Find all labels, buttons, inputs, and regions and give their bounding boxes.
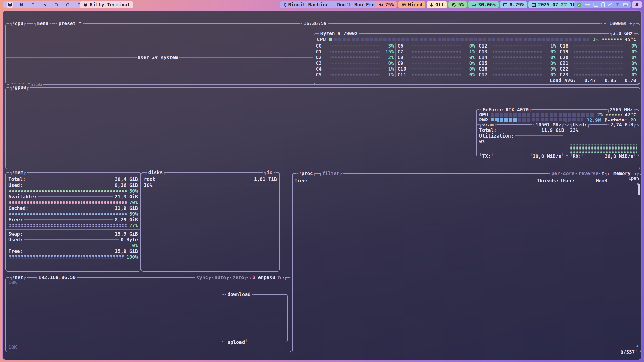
disk-root: root1,81 TiB (141, 176, 279, 182)
module-volume[interactable]: 75% (375, 1, 397, 8)
status-modules: 75%WiredOff5%30.06%8.79%2025-07-22 16:36 (375, 1, 587, 8)
core-c9: C90% (397, 60, 475, 66)
workspace-2-neovim-icon[interactable]: N (18, 2, 25, 8)
workspace-6-square-icon[interactable] (64, 2, 71, 8)
scroll-down-arrow[interactable]: ↓ (636, 343, 639, 348)
memory-panel: ┐²mem┌ Total:30,4 GiBUsed:9,16 GiB30%Ava… (5, 172, 141, 272)
mem-row: 100% (6, 254, 140, 260)
media-player[interactable]: ♫ Minuit Machine - Don't Run Fro... (280, 1, 386, 8)
workspace-3-square-icon[interactable] (30, 2, 36, 8)
module-network[interactable]: Wired (398, 1, 425, 8)
mem-row: 0% (6, 242, 140, 248)
core-c17: C170% (479, 72, 556, 77)
keyboard-icon[interactable] (623, 3, 628, 7)
memory-panel-tab[interactable]: ┐²mem┌ (9, 169, 27, 176)
window-title-pill[interactable]: Kitty Terminal (80, 1, 133, 8)
load-avg-label: Load AVG: (550, 78, 576, 83)
mem-row: Available:21,3 GiB (6, 194, 140, 199)
mem-row: Free:15,9 GiB (6, 248, 140, 254)
sort-column-switcher[interactable]: ┐← memory →┌ (604, 170, 640, 177)
vram-used: ┐2,74 GiB┌ (607, 121, 637, 128)
core-c19: C190% (560, 49, 637, 54)
memory-stats: Total:30,4 GiBUsed:9,16 GiB30%Available:… (6, 173, 140, 261)
col-memb[interactable]: MemB (590, 178, 607, 183)
funnel-icon[interactable] (615, 2, 620, 7)
module-cpu[interactable]: 5% (448, 1, 467, 8)
core-c4: C41% (316, 66, 394, 72)
bell-icon (635, 2, 639, 7)
gpu-vram-used-box: ┐Used:┌ ┐2,74 GiB┌ 23% ┘RX:└ ┘26,8 MiB/s… (567, 124, 639, 156)
mem-row: Cached:11,9 GiB (6, 205, 140, 211)
reverse-toggle[interactable]: ┐reverse┌ (575, 170, 602, 177)
gpu-rx-rate: ┘26,8 MiB/s└ (601, 153, 637, 159)
process-panel-tab[interactable]: ┐⁴proc┌ (296, 170, 316, 177)
vram-total-label: Total: (479, 127, 497, 133)
core-c6: C60% (397, 43, 475, 49)
key-icon[interactable] (608, 2, 612, 7)
cpu-info-box: ┐Ryzen 9 7900X┌ ┐3.0 GHz┌ CPU 1% 45°C C0… (314, 33, 639, 85)
cpu-total-label: CPU (317, 37, 326, 42)
per-core-toggle[interactable]: ┐per-core┌ (548, 170, 578, 177)
vram-used-graph (569, 144, 637, 153)
module-cpu-value: 5% (458, 2, 464, 7)
col-tree[interactable]: Tree: (295, 178, 535, 183)
now-playing: Minuit Machine - Don't Run Fro... (288, 2, 383, 7)
module-network-value: Wired (408, 2, 422, 7)
module-bluetooth[interactable]: Off (427, 1, 447, 8)
vram-title: ┐vram┌ (479, 121, 497, 128)
gpu-panel: ┐⁵gpu0┌ ┐GeForce RTX 4070┌ ┐2565 MHz┌ GP… (5, 87, 640, 169)
window-icon[interactable] (593, 3, 598, 7)
net-stats-box: ┐download┌ ┘upload└ (222, 294, 288, 342)
chip-icon (451, 2, 456, 7)
bluetooth-icon (430, 2, 433, 7)
gpu-model: ┐GeForce RTX 4070┌ (479, 106, 532, 113)
network-panel: ┐³net┌ ┐192.168.86.50┌ ┐sync┌ ┐auto┌ ┐ze… (5, 277, 291, 352)
gpu-tx-rate: ┘10,0 MiB/s└ (529, 153, 565, 159)
vram-used-percent: 23% (570, 127, 578, 133)
moustache-icon[interactable] (585, 3, 590, 6)
disks-io-tab[interactable]: ┐io┌ (263, 169, 276, 176)
workspace-5-square-icon[interactable] (53, 2, 59, 8)
workspace-1-cat-icon[interactable] (7, 2, 13, 8)
col-user[interactable]: User: (559, 178, 590, 183)
vram-total: 11,9 GiB (541, 127, 564, 133)
col-threads[interactable]: Threads: (535, 178, 559, 183)
gpu-usage-bar (491, 113, 594, 117)
process-scrollbar[interactable] (638, 184, 640, 195)
core-c5: C51% (316, 72, 394, 77)
col-cpu[interactable]: Cpu% ↑ (625, 175, 639, 186)
module-memory[interactable]: 30.06% (468, 1, 499, 8)
gpu-vram-box: ┐vram┌ ┐10501 MHz┌ Total: 11,9 GiB Utili… (476, 124, 567, 156)
mem-row: 70% (6, 199, 140, 205)
disks-panel: ┐disks┌ ┐io┌ root1,81 TiBIO% (141, 172, 280, 272)
vram-frequency: ┐10501 MHz┌ (532, 121, 565, 128)
cpu-core-grid: C03%C115%C22%C30%C41%C51%C60%C71%C80%C90… (314, 43, 639, 77)
mem-row: 39% (6, 211, 140, 217)
cpu-panel: ┐¹cpu┌ ┐menu┌ ┐preset *┌ ┐16:36:59┌ ┐- 1… (5, 23, 640, 85)
cpu-temp-graph (601, 38, 622, 40)
system-tray[interactable] (574, 1, 631, 8)
notifications-button[interactable] (632, 1, 642, 8)
mem-row: Swap:15,9 GiB (6, 231, 140, 237)
volume-icon (378, 2, 383, 7)
gpu-tx-label: ┘TX:└ (479, 153, 494, 159)
gpu-frequency: ┐2565 MHz┌ (607, 106, 636, 113)
vram-used-label: ┐Used:┌ (569, 121, 590, 128)
calendar-icon (531, 2, 536, 7)
workspace-4-flame-icon[interactable] (41, 2, 48, 8)
core-c21: C210% (560, 60, 637, 66)
gpu-usage-percent: 2% (597, 112, 603, 117)
process-count: ┘0/557└ (617, 349, 638, 355)
disks-panel-tab[interactable]: ┐disks┌ (145, 169, 166, 176)
load-avg-values (576, 78, 584, 83)
process-table-header: Tree: Threads: User: MemB Cpu% ↑ (293, 178, 641, 184)
check-icon[interactable] (577, 2, 582, 7)
gpu-temp-graph (606, 114, 622, 116)
core-c10: C100% (397, 66, 475, 72)
process-filter-button[interactable]: ┐filter┌ (319, 170, 343, 177)
phone-icon[interactable] (601, 2, 605, 7)
mem-row: Total:30,4 GiB (6, 176, 140, 182)
module-disk[interactable]: 8.79% (500, 1, 527, 8)
core-c15: C150% (479, 60, 556, 66)
module-disk-value: 8.79% (510, 2, 524, 7)
